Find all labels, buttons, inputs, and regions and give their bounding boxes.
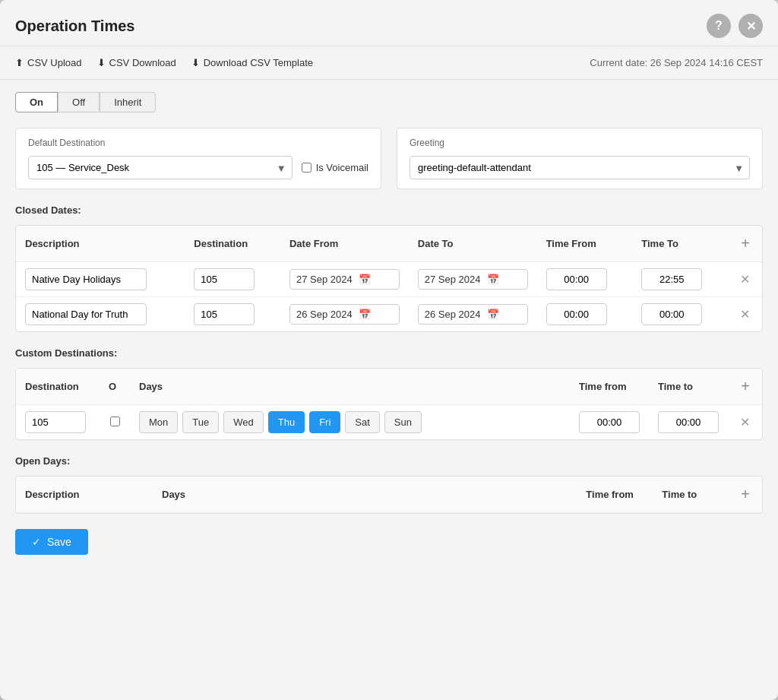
col-cd-time-to: Time to <box>649 369 728 405</box>
date-from-0: 27 Sep 2024 📅 <box>289 269 400 290</box>
modal-body: On Off Inherit Default Destination 105 —… <box>0 80 778 700</box>
download-template-button[interactable]: ⬇ Download CSV Template <box>191 54 313 71</box>
calendar-to-icon-0[interactable]: 📅 <box>487 274 499 285</box>
header-icons: ? ✕ <box>707 14 763 38</box>
remove-closed-date-1[interactable]: ✕ <box>737 304 753 325</box>
modal-header: Operation Times ? ✕ <box>0 0 778 46</box>
add-open-day-button[interactable]: + <box>738 484 753 505</box>
custom-destinations-section: Custom Destinations: Destination O Days … <box>15 347 763 440</box>
destination-select[interactable]: 105 — Service_Desk <box>28 156 293 179</box>
day-tue-btn[interactable]: Tue <box>182 411 219 433</box>
custom-destinations-table: Destination O Days Time from Time to + M… <box>16 369 762 439</box>
col-date-from: Date From <box>280 226 409 262</box>
default-destination-label: Default Destination <box>28 138 368 148</box>
custom-checkbox-0[interactable] <box>110 417 120 426</box>
col-cd-days: Days <box>130 369 570 405</box>
col-date-to: Date To <box>409 226 537 262</box>
greeting-group: Greeting greeting-default-attendant ▼ <box>397 128 763 189</box>
calendar-from-icon-1[interactable]: 📅 <box>359 309 371 320</box>
operation-times-modal: Operation Times ? ✕ ⬆ CSV Upload ⬇ CSV D… <box>0 0 778 700</box>
closed-dest-input-1[interactable] <box>194 303 255 325</box>
day-wed-btn[interactable]: Wed <box>223 411 264 433</box>
days-group-0: MonTueWedThuFriSatSun <box>139 411 561 433</box>
closed-dates-table-container: Description Destination Date From Date T… <box>15 225 763 332</box>
time-from-input-1[interactable] <box>546 303 607 325</box>
open-days-title: Open Days: <box>15 455 763 467</box>
col-time-from: Time From <box>537 226 633 262</box>
add-custom-dest-button[interactable]: + <box>738 376 753 397</box>
custom-destinations-title: Custom Destinations: <box>15 347 763 359</box>
is-voicemail-checkbox[interactable] <box>302 163 312 173</box>
default-destination-group: Default Destination 105 — Service_Desk ▼… <box>15 128 381 189</box>
col-add: + <box>728 226 762 262</box>
upload-icon: ⬆ <box>15 57 24 68</box>
date-from-1: 26 Sep 2024 📅 <box>289 304 400 325</box>
time-to-input-0[interactable] <box>641 268 702 290</box>
save-button[interactable]: ✓ Save <box>15 529 88 555</box>
csv-upload-button[interactable]: ⬆ CSV Upload <box>15 54 82 71</box>
day-fri-btn[interactable]: Fri <box>309 411 340 433</box>
calendar-to-icon-1[interactable]: 📅 <box>487 309 499 320</box>
close-button[interactable]: ✕ <box>738 14 763 38</box>
closed-dates-section: Closed Dates: Description Destination Da… <box>15 204 763 332</box>
open-days-table: Description Days Time from Time to + <box>16 477 762 513</box>
time-to-input-1[interactable] <box>641 303 702 325</box>
closed-dates-title: Closed Dates: <box>15 204 763 216</box>
is-voicemail-label[interactable]: Is Voicemail <box>302 162 368 173</box>
custom-dest-body: MonTueWedThuFriSatSun ✕ <box>16 405 762 440</box>
calendar-from-icon-0[interactable]: 📅 <box>359 274 371 285</box>
time-from-input-0[interactable] <box>546 268 607 290</box>
custom-dest-header-row: Destination O Days Time from Time to + <box>16 369 762 405</box>
toggle-off[interactable]: Off <box>58 92 100 112</box>
col-od-add: + <box>729 477 762 513</box>
custom-time-to-0[interactable] <box>658 411 719 433</box>
day-mon-btn[interactable]: Mon <box>139 411 178 433</box>
add-closed-date-button[interactable]: + <box>738 233 753 254</box>
open-days-table-container: Description Days Time from Time to + <box>15 476 763 514</box>
greeting-select[interactable]: greeting-default-attendant <box>410 156 750 179</box>
greeting-select-wrapper: greeting-default-attendant ▼ <box>410 156 750 179</box>
closed-dates-body: 27 Sep 2024 📅 27 Sep 2024 📅 ✕ 26 Sep 202… <box>16 262 762 332</box>
col-od-description: Description <box>16 477 153 513</box>
default-destination-row: 105 — Service_Desk ▼ Is Voicemail <box>28 156 368 179</box>
closed-desc-input-1[interactable] <box>25 303 147 325</box>
destination-select-wrapper: 105 — Service_Desk ▼ <box>28 156 293 179</box>
col-od-time-to: Time to <box>653 477 729 513</box>
custom-dest-input-0[interactable] <box>25 411 86 433</box>
day-sat-btn[interactable]: Sat <box>345 411 380 433</box>
date-to-1: 26 Sep 2024 📅 <box>418 304 528 325</box>
table-row: MonTueWedThuFriSatSun ✕ <box>16 405 762 440</box>
remove-closed-date-0[interactable]: ✕ <box>737 269 753 290</box>
day-thu-btn[interactable]: Thu <box>268 411 305 433</box>
download-icon-2: ⬇ <box>191 57 200 68</box>
col-description: Description <box>16 226 185 262</box>
custom-destinations-table-container: Destination O Days Time from Time to + M… <box>15 368 763 440</box>
col-od-time-from: Time from <box>577 477 653 513</box>
col-cd-add: + <box>728 369 762 405</box>
closed-dates-table: Description Destination Date From Date T… <box>16 226 762 331</box>
toggle-on[interactable]: On <box>15 92 58 112</box>
greeting-label: Greeting <box>410 138 750 148</box>
table-row: 26 Sep 2024 📅 26 Sep 2024 📅 ✕ <box>16 297 762 332</box>
remove-custom-dest-0[interactable]: ✕ <box>737 412 753 432</box>
modal-title: Operation Times <box>15 17 134 35</box>
closed-desc-input-0[interactable] <box>25 268 147 290</box>
custom-time-from-0[interactable] <box>579 411 640 433</box>
csv-download-button[interactable]: ⬇ CSV Download <box>97 54 176 71</box>
col-od-days: Days <box>153 477 577 513</box>
open-days-header-row: Description Days Time from Time to + <box>16 477 762 513</box>
open-days-section: Open Days: Description Days Time from Ti… <box>15 455 763 514</box>
toolbar: ⬆ CSV Upload ⬇ CSV Download ⬇ Download C… <box>0 46 778 80</box>
toolbar-left: ⬆ CSV Upload ⬇ CSV Download ⬇ Download C… <box>15 54 313 71</box>
closed-dates-header-row: Description Destination Date From Date T… <box>16 226 762 262</box>
col-cd-o: O <box>100 369 130 405</box>
col-cd-time-from: Time from <box>570 369 649 405</box>
toggle-inherit[interactable]: Inherit <box>100 92 156 112</box>
current-date: Current date: 26 Sep 2024 14:16 CEST <box>590 57 763 68</box>
col-time-to: Time To <box>632 226 728 262</box>
closed-dest-input-0[interactable] <box>194 268 255 290</box>
help-button[interactable]: ? <box>707 14 731 38</box>
day-sun-btn[interactable]: Sun <box>384 411 422 433</box>
save-checkmark-icon: ✓ <box>32 536 41 548</box>
col-cd-destination: Destination <box>16 369 100 405</box>
